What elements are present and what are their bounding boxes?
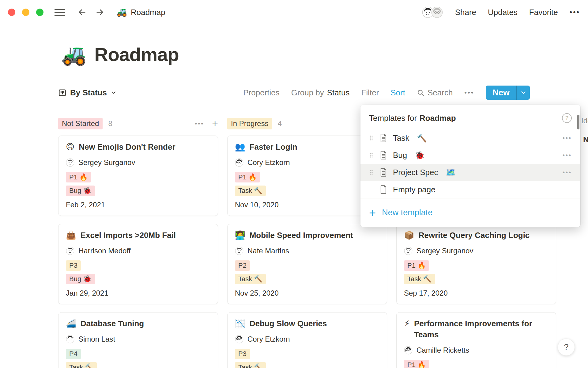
priority-badge: P2 — [235, 260, 250, 271]
world-map-icon: 🗺️ — [446, 168, 455, 177]
properties-button[interactable]: Properties — [243, 88, 280, 98]
type-badge: Task 🔨 — [404, 274, 435, 284]
template-more-icon[interactable]: ••• — [563, 169, 572, 176]
assignee-name: Simon Last — [78, 335, 115, 343]
filter-button[interactable]: Filter — [361, 88, 379, 98]
toolbar-more-icon[interactable]: ••• — [464, 89, 474, 97]
template-label: Empty page — [393, 185, 435, 194]
type-badge: Bug 🐞 — [66, 274, 95, 284]
minimize-window-button[interactable] — [22, 9, 29, 16]
group-by-button[interactable]: Group by Status — [291, 88, 350, 98]
favorite-button[interactable]: Favorite — [529, 8, 558, 17]
card-performance-improvements[interactable]: ⚡Performance Improvements for Teams Cami… — [396, 312, 556, 368]
type-badge: Task 🔨 — [235, 362, 266, 368]
card-date: Nov 10, 2020 — [235, 200, 379, 210]
priority-badge: P3 — [66, 260, 81, 271]
templates-help-icon[interactable]: ? — [562, 113, 572, 123]
upside-down-face-icon: 🙃 — [66, 141, 74, 152]
collaborator-avatars[interactable] — [421, 6, 443, 19]
search-label: Search — [428, 88, 453, 98]
drag-handle-icon[interactable] — [369, 169, 374, 176]
page-icon — [379, 151, 388, 160]
card-rewrite-query-caching-logic[interactable]: 📦Rewrite Query Caching Logic Sergey Surg… — [396, 224, 556, 304]
card-excel-imports[interactable]: 👜Excel Imports >20Mb Fail Harrison Medof… — [58, 224, 218, 304]
help-button[interactable]: ? — [558, 339, 575, 356]
close-window-button[interactable] — [8, 9, 15, 16]
new-button-label[interactable]: New — [486, 86, 516, 100]
chevron-down-icon — [520, 89, 527, 96]
drag-handle-icon[interactable] — [369, 134, 374, 142]
traffic-lights — [8, 9, 43, 16]
search-button[interactable]: Search — [417, 88, 453, 98]
group-by-label: Group by — [291, 88, 324, 98]
card-new-emojis-dont-render[interactable]: 🙃New Emojis Don't Render Sergey Surganov… — [58, 136, 218, 216]
high-voltage-icon: ⚡ — [404, 318, 410, 340]
lady-beetle-icon: 🐞 — [415, 151, 424, 160]
view-switcher[interactable]: By Status — [58, 88, 117, 98]
avatar — [235, 335, 243, 343]
assignee-name: Harrison Medoff — [78, 247, 130, 255]
priority-badge: P4 — [66, 349, 81, 359]
column-count: 8 — [108, 119, 112, 128]
card-title: Database Tuning — [81, 318, 144, 329]
template-item-empty-page[interactable]: Empty page — [360, 181, 580, 198]
type-badge: Task 🔨 — [66, 362, 97, 368]
avatar — [235, 247, 243, 255]
new-template-button[interactable]: + New template — [360, 198, 580, 227]
avatar — [66, 247, 74, 255]
zoom-window-button[interactable] — [36, 9, 43, 16]
card-title: Performance Improvements for Teams — [414, 318, 548, 340]
back-arrow-icon[interactable] — [77, 7, 87, 17]
search-icon — [417, 89, 424, 97]
avatar — [404, 247, 413, 255]
drag-handle-icon[interactable] — [369, 151, 374, 159]
scrollbar-thumb[interactable] — [577, 115, 579, 129]
assignee-name: Nate Martins — [247, 247, 289, 255]
column-not-started: Not Started 8 ••• + 🙃New Emojis Don't Re… — [58, 117, 218, 368]
column-more-icon[interactable]: ••• — [195, 120, 204, 127]
page-title: Roadmap — [94, 44, 179, 65]
priority-badge: P1 🔥 — [404, 360, 429, 368]
templates-title-name: Roadmap — [420, 113, 456, 123]
template-more-icon[interactable]: ••• — [563, 152, 572, 159]
new-button-dropdown[interactable] — [516, 86, 530, 100]
assignee-name: Sergey Surganov — [78, 158, 135, 167]
type-badge: Bug 🐞 — [66, 186, 95, 196]
assignee-name: Camille Ricketts — [417, 346, 469, 355]
template-more-icon[interactable]: ••• — [563, 135, 572, 142]
share-button[interactable]: Share — [455, 8, 476, 17]
assignee-name: Sergey Surganov — [417, 247, 473, 255]
chevron-down-icon — [111, 90, 117, 96]
sort-button[interactable]: Sort — [390, 88, 405, 98]
card-database-tuning[interactable]: 🚄Database Tuning Simon Last P4 Task 🔨 — [58, 312, 218, 368]
avatar — [66, 158, 74, 167]
card-debug-slow-queries[interactable]: 📉Debug Slow Queries Cory Etzkorn P3 Task… — [227, 312, 387, 368]
template-item-task[interactable]: Task 🔨 ••• — [360, 129, 580, 147]
assignee-name: Cory Etzkorn — [247, 335, 290, 343]
plus-icon: + — [369, 207, 376, 219]
tractor-page-icon[interactable]: 🚜 — [61, 44, 86, 65]
template-item-bug[interactable]: Bug 🐞 ••• — [360, 147, 580, 164]
column-count: 4 — [278, 119, 282, 128]
hammer-icon: 🔨 — [417, 133, 427, 143]
status-badge: Not Started — [58, 118, 103, 129]
more-options-icon[interactable]: ••• — [570, 8, 580, 17]
column-add-icon[interactable]: + — [212, 118, 218, 129]
busts-in-silhouette-icon: 👥 — [235, 141, 245, 152]
template-item-project-spec[interactable]: Project Spec 🗺️ ••• — [360, 164, 580, 181]
card-date: Feb 2, 2021 — [66, 200, 210, 210]
window-titlebar: 🚜 Roadmap Share Updates Favorite ••• — [0, 0, 588, 25]
view-toolbar: By Status Properties Group by Status Fil… — [58, 85, 530, 100]
sidebar-menu-icon[interactable] — [55, 9, 65, 16]
forward-arrow-icon[interactable] — [95, 7, 105, 17]
assignee-name: Cory Etzkorn — [247, 158, 290, 167]
new-button[interactable]: New — [486, 86, 530, 100]
card-title: Mobile Speed Improvement — [250, 230, 353, 241]
card-mobile-speed-improvement[interactable]: 👩‍💻Mobile Speed Improvement Nate Martins… — [227, 224, 387, 304]
column-header: Not Started 8 ••• + — [58, 117, 218, 131]
avatar — [431, 6, 443, 19]
updates-button[interactable]: Updates — [488, 8, 518, 17]
breadcrumb[interactable]: 🚜 Roadmap — [116, 8, 165, 17]
type-badge: Task 🔨 — [235, 186, 266, 196]
card-title: New Emojis Don't Render — [79, 141, 175, 152]
